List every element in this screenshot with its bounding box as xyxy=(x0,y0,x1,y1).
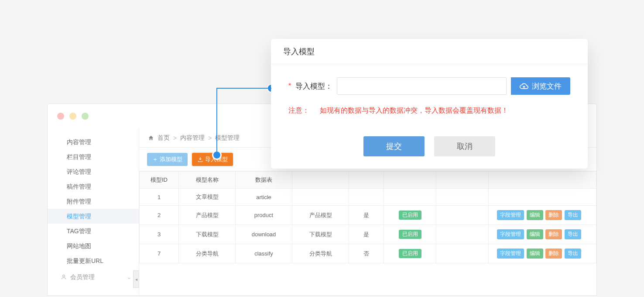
op-edit-button[interactable]: 编辑 xyxy=(527,210,543,220)
cell-id: 3 xyxy=(140,225,179,244)
cell-id: 1 xyxy=(140,189,179,206)
import-model-button[interactable]: 导入模型 xyxy=(192,153,233,166)
warning-text: 如现有的数据与导入的数据冲突，导入数据会覆盖现有数据！ xyxy=(320,106,508,115)
cell-table: article xyxy=(236,189,292,206)
sidebar-item-category[interactable]: 栏目管理 xyxy=(48,149,139,164)
cell-yn: 是 xyxy=(349,206,384,225)
plus-icon: ＋ xyxy=(152,155,158,163)
th-status xyxy=(384,172,436,189)
op-fields-button[interactable]: 字段管理 xyxy=(497,210,524,220)
cancel-button[interactable]: 取消 xyxy=(434,136,495,156)
status-badge: 已启用 xyxy=(399,249,421,258)
op-fields-button[interactable]: 字段管理 xyxy=(497,249,524,259)
table-row: 1 文章模型 article xyxy=(140,189,596,206)
op-delete-button[interactable]: 删除 xyxy=(545,249,562,259)
table-row: 3 下载模型 download 下载模型 是 已启用 字段管理 编辑 删除 导出 xyxy=(140,225,596,244)
op-delete-button[interactable]: 删除 xyxy=(545,210,562,220)
th-ops xyxy=(489,172,596,189)
traffic-light-min[interactable] xyxy=(69,113,76,120)
user-icon xyxy=(61,274,67,280)
cell-ops: 字段管理 编辑 删除 导出 xyxy=(489,244,596,263)
cell-name: 文章模型 xyxy=(179,189,236,206)
cell-name: 下载模型 xyxy=(179,225,236,244)
sidebar-item-batchurl[interactable]: 批量更新URL xyxy=(48,253,139,268)
cell-ops: 字段管理 编辑 删除 导出 xyxy=(489,206,596,225)
sidebar-item-draft[interactable]: 稿件管理 xyxy=(48,179,139,194)
crumb-sep: > xyxy=(173,135,177,142)
crumb-mid[interactable]: 内容管理 xyxy=(180,134,205,142)
sidebar-item-model[interactable]: 模型管理 xyxy=(48,209,139,224)
home-icon xyxy=(148,135,154,141)
cell-desc: 分类导航 xyxy=(292,244,349,263)
sidebar-collapse-toggle[interactable]: ◂ xyxy=(133,270,139,288)
dialog-title: 导入模型 xyxy=(271,39,588,64)
sidebar-item-attach[interactable]: 附件管理 xyxy=(48,194,139,209)
th-blank xyxy=(436,172,489,189)
status-badge: 已启用 xyxy=(399,211,421,220)
submit-button[interactable]: 提交 xyxy=(363,136,425,156)
cell-blank xyxy=(436,225,489,244)
cell-status: 已启用 xyxy=(384,206,436,225)
import-dialog: 导入模型 * 导入模型： 浏览文件 注意： 如现有的数据与导入的数据冲突，导入数… xyxy=(271,39,588,169)
import-file-input[interactable] xyxy=(337,77,507,95)
cell-name: 分类导航 xyxy=(179,244,236,263)
op-export-button[interactable]: 导出 xyxy=(565,249,581,259)
cell-yn: 是 xyxy=(349,225,384,244)
import-icon xyxy=(197,156,203,162)
status-badge: 已启用 xyxy=(399,230,421,239)
sidebar: 内容管理 栏目管理 评论管理 稿件管理 附件管理 模型管理 TAG管理 网站地图… xyxy=(48,128,139,295)
sidebar-item-content[interactable]: 内容管理 xyxy=(48,135,139,149)
th-desc xyxy=(292,172,349,189)
cell-ops xyxy=(489,189,596,206)
traffic-light-close[interactable] xyxy=(57,113,64,120)
crumb-sep: > xyxy=(208,135,212,142)
cell-yn xyxy=(349,189,384,206)
import-form-row: * 导入模型： 浏览文件 xyxy=(288,77,570,95)
dialog-footer: 提交 取消 xyxy=(271,120,588,169)
op-delete-button[interactable]: 删除 xyxy=(545,229,562,239)
add-model-label: 添加模型 xyxy=(160,155,182,163)
cell-name: 产品模型 xyxy=(179,206,236,225)
cell-status: 已启用 xyxy=(384,225,436,244)
cell-ops: 字段管理 编辑 删除 导出 xyxy=(489,225,596,244)
add-model-button[interactable]: ＋ 添加模型 xyxy=(147,153,188,166)
op-edit-button[interactable]: 编辑 xyxy=(527,229,543,239)
sidebar-item-tag[interactable]: TAG管理 xyxy=(48,224,139,238)
import-label: 导入模型： xyxy=(295,81,332,91)
op-edit-button[interactable]: 编辑 xyxy=(527,249,543,259)
op-fields-button[interactable]: 字段管理 xyxy=(497,229,524,239)
th-id: 模型ID xyxy=(140,172,179,189)
cell-blank xyxy=(436,206,489,225)
warning-label: 注意： xyxy=(288,106,309,115)
traffic-light-zoom[interactable] xyxy=(82,113,89,120)
sidebar-group-label: 会员管理 xyxy=(70,268,95,286)
sidebar-item-sitemap[interactable]: 网站地图 xyxy=(48,238,139,253)
op-export-button[interactable]: 导出 xyxy=(565,210,581,220)
cell-desc: 下载模型 xyxy=(292,225,349,244)
cell-yn: 否 xyxy=(349,244,384,263)
cell-id: 2 xyxy=(140,206,179,225)
table-header-row: 模型ID 模型名称 数据表 xyxy=(140,172,596,189)
cell-blank xyxy=(436,244,489,263)
th-yn xyxy=(349,172,384,189)
cell-status xyxy=(384,189,436,206)
svg-point-0 xyxy=(63,275,65,277)
cell-table: classify xyxy=(236,244,292,263)
chevron-down-icon: ⌄ xyxy=(127,268,132,286)
sidebar-item-comment[interactable]: 评论管理 xyxy=(48,164,139,179)
th-name: 模型名称 xyxy=(179,172,236,189)
crumb-home[interactable]: 首页 xyxy=(158,134,170,142)
cell-desc xyxy=(292,189,349,206)
connector-start-dot xyxy=(213,152,220,159)
cell-table: download xyxy=(236,225,292,244)
cell-blank xyxy=(436,189,489,206)
cloud-upload-icon xyxy=(520,82,528,90)
cell-id: 7 xyxy=(140,244,179,263)
sidebar-group-member[interactable]: 会员管理 ⌄ xyxy=(48,268,139,286)
warning-line: 注意： 如现有的数据与导入的数据冲突，导入数据会覆盖现有数据！ xyxy=(288,106,570,115)
browse-file-button[interactable]: 浏览文件 xyxy=(511,77,570,95)
th-table: 数据表 xyxy=(236,172,292,189)
model-table: 模型ID 模型名称 数据表 1 文章模型 article 2 产品模型 xyxy=(139,171,596,263)
op-export-button[interactable]: 导出 xyxy=(565,229,581,239)
table-row: 2 产品模型 product 产品模型 是 已启用 字段管理 编辑 删除 导出 xyxy=(140,206,596,225)
